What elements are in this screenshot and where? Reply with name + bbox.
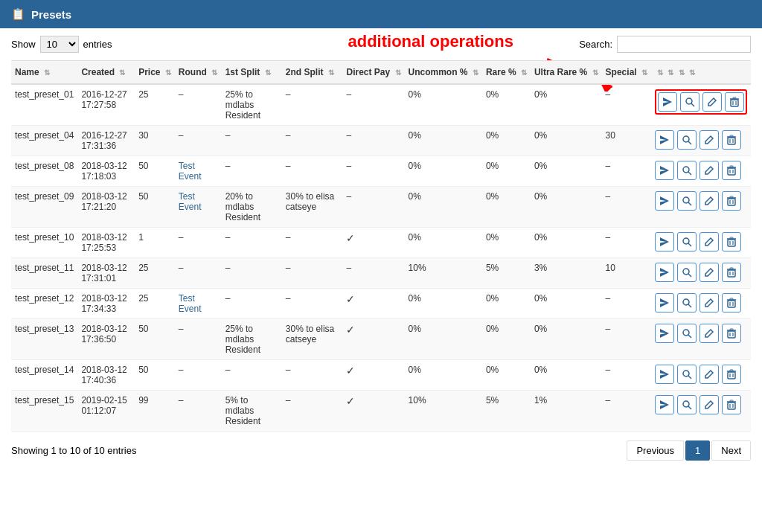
search-box: Search: <box>579 36 751 53</box>
search-button[interactable] <box>677 293 697 313</box>
show-label: Show <box>11 39 36 50</box>
svg-point-2 <box>686 98 692 104</box>
entries-select[interactable]: 10 25 50 100 <box>40 36 79 53</box>
edit-button[interactable] <box>702 92 722 112</box>
search-input[interactable] <box>617 36 751 53</box>
edit-button[interactable] <box>699 324 719 343</box>
svg-rect-53 <box>728 331 735 338</box>
svg-line-45 <box>688 304 691 307</box>
next-button[interactable]: Next <box>711 440 751 461</box>
edit-button[interactable] <box>699 395 719 414</box>
col-created[interactable]: Created ⇅ <box>77 61 135 85</box>
send-button[interactable] <box>658 92 677 112</box>
send-button[interactable] <box>655 191 674 211</box>
col-split1[interactable]: 1st Split ⇅ <box>222 61 282 85</box>
delete-button[interactable] <box>722 293 741 313</box>
cell-direct-pay: ✓ <box>342 360 404 391</box>
col-ultra-rare[interactable]: Ultra Rare % ⇅ <box>531 61 602 85</box>
cell-price: 50 <box>135 319 175 360</box>
cell-name: test_preset_08 <box>11 156 77 187</box>
edit-button[interactable] <box>699 365 719 384</box>
search-button[interactable] <box>677 263 697 282</box>
delete-button[interactable] <box>722 395 741 414</box>
previous-button[interactable]: Previous <box>627 440 684 461</box>
col-rare[interactable]: Rare % ⇅ <box>482 61 531 85</box>
send-button[interactable] <box>655 263 674 282</box>
svg-point-30 <box>683 238 689 244</box>
cell-direct-pay: ✓ <box>342 319 404 360</box>
delete-button[interactable] <box>722 365 741 384</box>
delete-button[interactable] <box>722 161 741 180</box>
send-button[interactable] <box>655 130 674 150</box>
svg-point-44 <box>683 299 689 305</box>
cell-actions <box>651 228 751 258</box>
delete-button[interactable] <box>722 232 741 251</box>
search-button[interactable] <box>677 324 697 343</box>
delete-button[interactable] <box>722 130 741 150</box>
cell-special: – <box>602 228 651 258</box>
search-button[interactable] <box>677 161 697 180</box>
svg-rect-36 <box>730 237 733 239</box>
send-button[interactable] <box>655 293 674 313</box>
col-uncommon[interactable]: Uncommon % ⇅ <box>405 61 482 85</box>
edit-button[interactable] <box>699 130 719 150</box>
round-link[interactable]: Test Event <box>179 161 202 182</box>
cell-ultra-rare: 0% <box>531 360 602 391</box>
search-button[interactable] <box>677 130 697 150</box>
delete-button[interactable] <box>722 191 741 211</box>
cell-rare: 0% <box>482 228 531 258</box>
send-button[interactable] <box>655 365 674 384</box>
search-button[interactable] <box>677 232 697 251</box>
cell-price: 50 <box>135 156 175 187</box>
search-button[interactable] <box>677 395 697 414</box>
col-special[interactable]: Special ⇅ <box>602 61 651 85</box>
delete-button[interactable] <box>725 92 744 112</box>
send-button[interactable] <box>655 324 674 343</box>
search-button[interactable] <box>677 191 697 211</box>
svg-rect-11 <box>728 138 735 144</box>
col-round[interactable]: Round ⇅ <box>175 61 222 85</box>
cell-direct-pay: – <box>342 126 404 156</box>
col-price[interactable]: Price ⇅ <box>135 61 175 85</box>
cell-name: test_preset_10 <box>11 228 77 258</box>
search-button[interactable] <box>677 365 697 384</box>
svg-rect-15 <box>730 135 733 137</box>
col-name[interactable]: Name ⇅ <box>11 61 77 85</box>
cell-special: 30 <box>602 126 651 156</box>
cell-special: – <box>602 84 651 126</box>
delete-button[interactable] <box>722 263 741 282</box>
cell-split1: – <box>222 156 282 187</box>
send-button[interactable] <box>655 395 674 414</box>
cell-ultra-rare: 0% <box>531 156 602 187</box>
cell-actions <box>651 258 751 289</box>
cell-name: test_preset_13 <box>11 319 77 360</box>
svg-rect-71 <box>730 400 733 402</box>
edit-button[interactable] <box>699 161 719 180</box>
send-button[interactable] <box>655 161 674 180</box>
cell-actions <box>651 360 751 391</box>
edit-button[interactable] <box>699 263 719 282</box>
cell-round: Test Event <box>175 289 222 319</box>
col-direct-pay[interactable]: Direct Pay ⇅ <box>342 61 404 85</box>
cell-actions <box>651 156 751 187</box>
send-button[interactable] <box>655 232 674 251</box>
round-link[interactable]: Test Event <box>179 191 202 212</box>
svg-point-23 <box>683 197 689 203</box>
col-split2[interactable]: 2nd Split ⇅ <box>282 61 343 85</box>
search-button[interactable] <box>680 92 699 112</box>
edit-button[interactable] <box>699 232 719 251</box>
page-1-button[interactable]: 1 <box>685 440 710 461</box>
table-row: test_preset_04 2016-12-27 17:31:36 30 – … <box>11 126 751 156</box>
cell-split2: 30% to elisa catseye <box>282 187 343 228</box>
svg-point-65 <box>683 401 689 407</box>
table-header-row: Name ⇅ Created ⇅ Price ⇅ Round ⇅ 1st Spl… <box>11 61 751 85</box>
svg-rect-4 <box>731 100 738 106</box>
svg-rect-39 <box>728 270 735 277</box>
round-link[interactable]: Test Event <box>179 293 202 314</box>
pagination: Previous 1 Next <box>627 440 751 461</box>
cell-ultra-rare: 0% <box>531 187 602 228</box>
edit-button[interactable] <box>699 293 719 313</box>
top-controls: Show 10 25 50 100 entries additional ope… <box>0 28 762 60</box>
edit-button[interactable] <box>699 191 719 211</box>
delete-button[interactable] <box>722 324 741 343</box>
